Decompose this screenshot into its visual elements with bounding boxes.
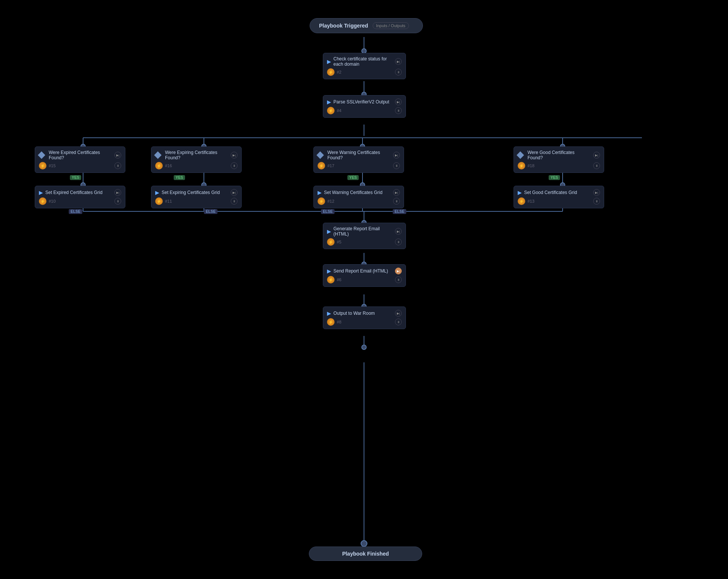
node-17-pause-btn[interactable]: ⏸: [393, 162, 400, 169]
node-10-lightning: ⚡: [39, 197, 46, 205]
node-15-skip-btn[interactable]: ▶|: [114, 152, 121, 159]
node-13-skip-btn[interactable]: ▶|: [593, 189, 600, 196]
svg-point-36: [361, 541, 367, 547]
node-6-number: #6: [337, 277, 341, 282]
node-5-lightning: ⚡: [327, 238, 335, 246]
node-17-lightning: ⚡: [318, 162, 325, 169]
node-12-skip-btn[interactable]: ▶|: [393, 189, 400, 196]
node-2-skip-btn[interactable]: ▶|: [395, 58, 402, 65]
node-10[interactable]: ▶ Set Expired Certificates Grid ▶| ⚡ #10…: [35, 186, 125, 208]
node-16-title: Were Expiring Certificates Found?: [165, 150, 228, 160]
node-11-icon: ▶: [155, 189, 159, 196]
node-16-skip-btn[interactable]: ▶|: [231, 152, 238, 159]
node-6[interactable]: ▶ Send Report Email (HTML) ▶| ⚡ #6 ⏸: [323, 264, 406, 287]
node-12-lightning: ⚡: [318, 197, 325, 205]
node-8-number: #8: [337, 320, 341, 324]
node-15-diamond-icon: [38, 151, 45, 159]
finished-node[interactable]: Playbook Finished: [309, 547, 422, 561]
canvas: Playbook Triggered Inputs / Outputs ▶ Ch…: [0, 0, 728, 579]
node-18[interactable]: Were Good Certificates Found? ▶| ⚡ #18 ⏸: [514, 146, 604, 173]
node-13[interactable]: ▶ Set Good Certificates Grid ▶| ⚡ #13 ⏸: [514, 186, 604, 208]
node-11-title: Set Expiring Certificates Grid: [162, 190, 228, 195]
svg-connections: [0, 0, 728, 579]
node-2-number: #2: [337, 70, 341, 74]
node-13-pause-btn[interactable]: ⏸: [593, 198, 600, 205]
else-label-18: ELSE: [393, 209, 406, 214]
node-10-title: Set Expired Certificates Grid: [45, 190, 112, 195]
finished-label: Playbook Finished: [342, 551, 389, 557]
node-11-lightning: ⚡: [155, 197, 163, 205]
yes-label-18: YES: [549, 175, 560, 180]
else-label-16: ELSE: [204, 209, 217, 214]
else-label-15: ELSE: [69, 209, 82, 214]
node-8-pause-btn[interactable]: ⏸: [395, 319, 402, 325]
node-18-diamond-icon: [517, 151, 524, 159]
node-5-icon: ▶: [327, 228, 331, 234]
node-6-pause-btn[interactable]: ⏸: [395, 276, 402, 283]
yes-label-16: YES: [174, 175, 185, 180]
node-2-title: Check certificate status for each domain: [333, 56, 393, 67]
yes-label-17: YES: [347, 175, 359, 180]
node-6-lightning: ⚡: [327, 276, 335, 283]
node-6-title: Send Report Email (HTML): [333, 268, 393, 274]
node-16-number: #16: [165, 163, 172, 168]
node-5-skip-btn[interactable]: ▶|: [395, 228, 402, 235]
node-15-number: #15: [49, 163, 56, 168]
node-13-icon: ▶: [518, 189, 522, 196]
node-4[interactable]: ▶ Parse SSLVerifierV2 Output ▶| ⚡ #4 ⏸: [323, 95, 406, 118]
node-17[interactable]: Were Warning Certificates Found? ▶| ⚡ #1…: [313, 146, 404, 173]
node-4-skip-btn[interactable]: ▶|: [395, 99, 402, 105]
node-11-skip-btn[interactable]: ▶|: [231, 189, 238, 196]
node-16[interactable]: Were Expiring Certificates Found? ▶| ⚡ #…: [151, 146, 242, 173]
node-6-skip-btn[interactable]: ▶|: [395, 268, 402, 274]
else-label-17: ELSE: [321, 209, 335, 214]
svg-point-35: [362, 345, 366, 350]
node-16-lightning: ⚡: [155, 162, 163, 169]
yes-label-15: YES: [70, 175, 81, 180]
node-12-pause-btn[interactable]: ⏸: [393, 198, 400, 205]
node-4-number: #4: [337, 108, 341, 113]
trigger-label: Playbook Triggered: [319, 23, 368, 29]
node-8[interactable]: ▶ Output to War Room ▶| ⚡ #8 ⏸: [323, 306, 406, 329]
node-8-skip-btn[interactable]: ▶|: [395, 310, 402, 317]
node-15-lightning: ⚡: [39, 162, 46, 169]
node-15[interactable]: Were Expired Certificates Found? ▶| ⚡ #1…: [35, 146, 125, 173]
node-16-pause-btn[interactable]: ⏸: [231, 162, 238, 169]
trigger-inputs-label[interactable]: Inputs / Outputs: [373, 22, 409, 29]
trigger-node[interactable]: Playbook Triggered Inputs / Outputs: [310, 18, 423, 33]
node-10-number: #10: [49, 199, 56, 203]
node-12[interactable]: ▶ Set Warning Certificates Grid ▶| ⚡ #12…: [313, 186, 404, 208]
node-2[interactable]: ▶ Check certificate status for each doma…: [323, 53, 406, 79]
node-18-number: #18: [527, 163, 534, 168]
node-12-title: Set Warning Certificates Grid: [324, 190, 391, 195]
node-12-number: #12: [327, 199, 334, 203]
node-17-skip-btn[interactable]: ▶|: [393, 152, 400, 159]
node-4-title: Parse SSLVerifierV2 Output: [333, 99, 393, 105]
node-15-title: Were Expired Certificates Found?: [49, 150, 112, 160]
node-11-number: #11: [165, 199, 172, 203]
node-17-diamond-icon: [316, 151, 324, 159]
node-6-icon: ▶: [327, 268, 331, 274]
node-5-pause-btn[interactable]: ⏸: [395, 239, 402, 245]
node-8-lightning: ⚡: [327, 318, 335, 326]
node-2-pause-btn[interactable]: ⏸: [395, 69, 402, 75]
node-4-icon: ▶: [327, 99, 331, 105]
node-12-icon: ▶: [318, 189, 322, 196]
node-11-pause-btn[interactable]: ⏸: [231, 198, 238, 205]
node-16-diamond-icon: [154, 151, 162, 159]
node-10-pause-btn[interactable]: ⏸: [114, 198, 121, 205]
node-18-skip-btn[interactable]: ▶|: [593, 152, 600, 159]
node-5[interactable]: ▶ Generate Report Email (HTML) ▶| ⚡ #5 ⏸: [323, 223, 406, 249]
node-10-skip-btn[interactable]: ▶|: [114, 189, 121, 196]
node-13-number: #13: [527, 199, 534, 203]
node-18-pause-btn[interactable]: ⏸: [593, 162, 600, 169]
node-2-icon: ▶: [327, 59, 331, 65]
node-8-title: Output to War Room: [333, 311, 393, 316]
node-11[interactable]: ▶ Set Expiring Certificates Grid ▶| ⚡ #1…: [151, 186, 242, 208]
node-18-title: Were Good Certificates Found?: [527, 150, 591, 160]
node-4-pause-btn[interactable]: ⏸: [395, 107, 402, 114]
node-15-pause-btn[interactable]: ⏸: [114, 162, 121, 169]
node-17-number: #17: [327, 163, 334, 168]
node-13-lightning: ⚡: [518, 197, 525, 205]
node-8-icon: ▶: [327, 310, 331, 316]
